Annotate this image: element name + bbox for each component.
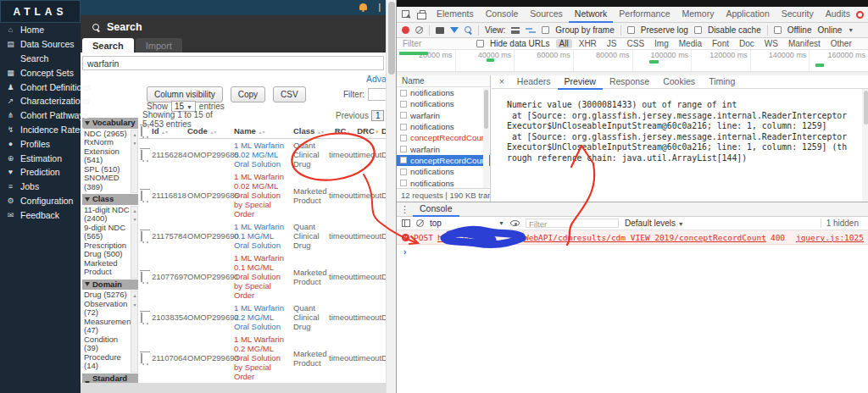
type-filter-chip[interactable]: Other [827,39,855,48]
search-icon[interactable] [465,26,472,34]
sidebar-item[interactable]: ⌂ Home [0,23,81,37]
request-row[interactable]: notifications [397,177,490,188]
request-row[interactable]: conceptRecordCount [397,132,490,143]
list-view-icon[interactable] [511,27,520,34]
close-icon[interactable]: × [495,77,509,86]
group-by-frame-checkbox[interactable] [542,26,549,34]
sidebar-item[interactable]: ⊕ Estimation [0,151,81,165]
facet-option[interactable]: Prescription Drug (500) [83,241,131,259]
sidebar-item[interactable]: Search [0,52,81,66]
facet-option[interactable]: 9-digit NDC (565) [83,224,131,241]
disable-cache-checkbox[interactable] [694,26,702,34]
table-row[interactable]: 21175784 OMOP299690 1 ML Warfarin 0.1 MG… [139,220,386,252]
devtools-tab[interactable]: Application [720,6,775,23]
concept-name-link[interactable]: 1 ML Warfarin 0.2 MG/ML Oral Solution [234,303,293,331]
class-column-header[interactable]: Class ▲▼ [293,126,329,136]
concept-name-link[interactable]: 1 ML Warfarin 0.1 MG/ML Oral Solution by… [234,253,293,300]
devtools-tab[interactable]: Sources [524,6,569,23]
scrollbar-thumb[interactable] [388,2,395,75]
sidebar-item[interactable]: ♟ Cohort Definitions [0,80,81,94]
type-filter-chip[interactable]: All [556,39,572,48]
detail-tab[interactable]: Preview [558,75,603,90]
facet-option[interactable]: Procedure (14) [83,353,131,371]
concept-name-link[interactable]: 1 ML Warfarin 0.02 MG/ML Oral Solution [234,141,293,169]
network-filter-input[interactable]: Filter [403,39,470,48]
clear-icon[interactable] [415,26,423,34]
facet-option[interactable]: Drug (5276) [83,291,131,300]
console-sidebar-icon[interactable] [402,219,410,227]
detail-tab[interactable]: Cookies [656,75,702,90]
sidebar-item[interactable]: ▦ Concept Sets [0,65,81,80]
add-to-cart-cell[interactable] [139,231,152,241]
execution-context-select[interactable]: top▼ [430,219,504,228]
table-filter-input[interactable] [368,88,386,101]
sidebar-item[interactable]: ● Profiles [0,136,81,151]
concept-name-link[interactable]: 1 ML Warfarin 0.2 MG/ML Oral Solution by… [234,335,293,381]
devtools-tab[interactable]: Performance [613,6,676,23]
add-to-cart-cell[interactable] [139,191,152,200]
sidebar-item[interactable]: ⚙ Configuration [0,194,81,208]
type-filter-chip[interactable]: CSS [624,39,648,48]
type-filter-chip[interactable]: Manifest [785,39,824,48]
drc-column-header[interactable]: DRC▼ [355,126,381,136]
console-filter-input[interactable]: Filter [526,219,619,228]
sidebar-item[interactable]: ≡ Jobs [0,180,81,194]
facet-option[interactable]: 11-digit NDC (2400) [83,206,131,224]
table-row[interactable]: 21077697 OMOP299691 1 ML Warfarin 0.1 MG… [139,252,386,302]
type-filter-chip[interactable]: Font [709,39,732,48]
sidebar-item[interactable]: ♥ Prediction [0,165,81,180]
kebab-menu-icon[interactable]: ⋮ [400,204,409,215]
facet-option[interactable]: Measurement (47) [83,318,131,335]
sidebar-item[interactable]: ⋔ Cohort Pathways [0,108,81,123]
csv-button[interactable]: CSV [273,86,306,102]
devtools-tab[interactable]: Network [569,6,614,23]
table-row[interactable]: 21038354 OMOP299692 1 ML Warfarin 0.2 MG… [139,302,386,333]
request-row[interactable]: notifications [397,166,490,177]
sidebar-item[interactable]: ▤ Data Sources [0,37,81,52]
bell-icon[interactable] [359,3,367,10]
request-row[interactable]: warfarin [397,110,490,121]
detail-scrollbar[interactable] [862,89,868,202]
clear-console-icon[interactable] [416,219,424,227]
facet-header-class[interactable]: Class [82,194,138,205]
request-row[interactable]: conceptRecordCount [397,155,490,166]
offline-checkbox[interactable] [774,26,782,34]
type-filter-chip[interactable]: Media [676,39,705,48]
tab-search[interactable]: Search [82,38,134,53]
facet-header-domain[interactable]: Domain [82,280,138,291]
id-column-header[interactable]: Id ▲▼ [152,126,187,136]
detail-tab[interactable]: Response [603,75,656,90]
add-to-cart-cell[interactable] [139,150,152,159]
code-column-header[interactable]: Code ▲▼ [187,126,234,136]
sidebar-item[interactable]: ✉ Feedback [0,208,81,222]
name-column-header[interactable]: Name ▲▼ [234,126,293,136]
detail-tab[interactable]: Timing [702,75,742,90]
preserve-log-checkbox[interactable] [627,26,635,34]
facet-option[interactable]: Marketed Product [83,259,131,277]
type-filter-chip[interactable]: XHR [576,39,600,48]
table-row[interactable]: 21107064 OMOP299693 1 ML Warfarin 0.2 MG… [139,333,386,383]
devtools-tab[interactable]: Security [776,6,820,23]
error-badge-icon[interactable] [856,11,864,19]
devtools-tab[interactable]: Audits [820,6,856,23]
add-to-cart-cell[interactable] [139,313,152,322]
add-to-cart-cell[interactable] [139,353,152,363]
request-list-scrollbar[interactable] [483,88,489,188]
request-row[interactable]: notifications [397,87,490,98]
advanced-link[interactable]: Advanced [366,74,386,84]
console-prompt[interactable]: › [397,245,868,257]
waterfall-view-icon[interactable] [526,27,536,34]
rc-column-header[interactable]: RC▲ [329,126,355,136]
devtools-tab[interactable]: Elements [431,6,480,23]
sidebar-item[interactable]: ↯ Incidence Rates [0,123,81,137]
detail-tab[interactable]: Headers [510,75,558,90]
concept-name-link[interactable]: 1 ML Warfarin 0.1 MG/ML Oral Solution [234,222,293,250]
add-to-cart-cell[interactable] [139,272,152,281]
live-expression-eye-icon[interactable] [510,220,520,226]
screenshot-capture-icon[interactable] [436,27,444,34]
request-name-header[interactable]: Name [397,75,490,87]
request-row[interactable]: notifications [397,98,490,109]
type-filter-chip[interactable]: WS [761,39,782,48]
inspect-element-icon[interactable] [397,8,414,20]
facet-option[interactable]: RxNorm Extension (541) [83,138,131,165]
